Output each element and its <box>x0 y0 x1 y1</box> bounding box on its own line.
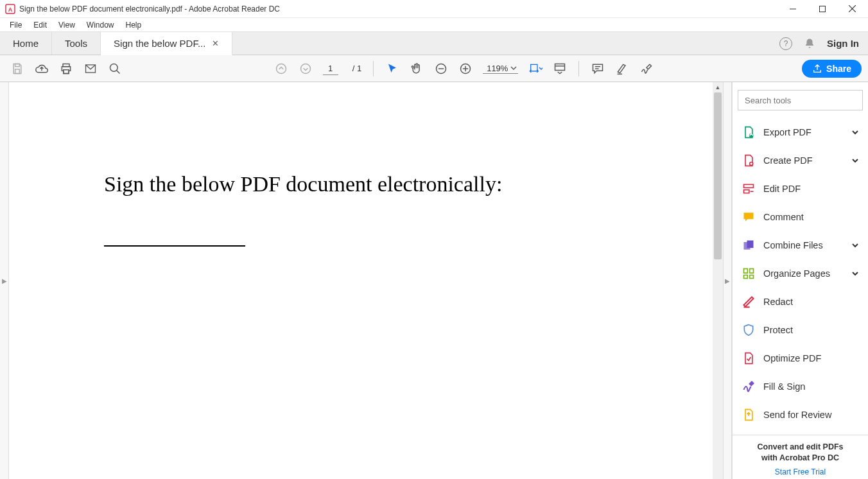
chevron-right-icon: ▶ <box>2 277 7 284</box>
menu-view[interactable]: View <box>53 19 81 31</box>
zoom-out-icon[interactable] <box>434 62 448 76</box>
maximize-button[interactable] <box>808 0 837 18</box>
svg-rect-7 <box>15 69 20 73</box>
promo-box: Convert and edit PDFs with Acrobat Pro D… <box>733 435 868 479</box>
page-total-label: / 1 <box>352 64 361 73</box>
svg-rect-21 <box>555 64 565 70</box>
chevron-right-icon: ▶ <box>725 277 730 284</box>
tool-icon <box>742 125 756 139</box>
help-icon[interactable]: ? <box>779 37 792 50</box>
svg-rect-29 <box>744 190 749 193</box>
fit-width-icon[interactable] <box>528 62 542 76</box>
tool-label: Fill & Sign <box>763 381 805 392</box>
tool-icon <box>742 351 756 365</box>
svg-rect-33 <box>744 269 748 274</box>
menu-file[interactable]: File <box>4 19 28 31</box>
chevron-down-icon <box>510 65 517 71</box>
svg-rect-3 <box>820 6 826 12</box>
vertical-scrollbar[interactable]: ▲ <box>713 82 723 479</box>
print-icon[interactable] <box>59 62 73 76</box>
tool-icon <box>742 210 756 224</box>
tab-tools[interactable]: Tools <box>52 32 101 55</box>
tab-home[interactable]: Home <box>0 32 52 55</box>
tool-organize-pages[interactable]: Organize Pages <box>733 259 868 288</box>
window-controls <box>778 0 867 18</box>
svg-point-11 <box>110 64 118 71</box>
tool-icon <box>742 408 756 422</box>
share-icon <box>812 64 822 74</box>
scroll-up-icon[interactable]: ▲ <box>713 82 723 92</box>
tool-label: Comment <box>763 212 804 222</box>
svg-rect-35 <box>744 275 748 279</box>
search-tools-input[interactable] <box>738 90 863 110</box>
menu-edit[interactable]: Edit <box>28 19 53 31</box>
svg-line-12 <box>117 70 120 73</box>
hand-tool-icon[interactable] <box>410 62 424 76</box>
svg-rect-9 <box>64 69 69 73</box>
tool-icon <box>742 238 756 252</box>
share-button[interactable]: Share <box>802 60 862 78</box>
document-viewport[interactable]: Sign the below PDF document electronical… <box>9 82 723 479</box>
share-label: Share <box>826 64 851 74</box>
zoom-value: 119% <box>484 64 510 73</box>
tool-fill-sign[interactable]: Fill & Sign <box>733 372 868 401</box>
svg-rect-28 <box>744 184 754 187</box>
tool-protect[interactable]: Protect <box>733 316 868 344</box>
notifications-icon[interactable] <box>804 38 815 49</box>
tool-label: Protect <box>763 325 793 335</box>
zoom-dropdown[interactable]: 119% <box>483 64 518 74</box>
svg-text:A: A <box>8 6 13 13</box>
find-icon[interactable] <box>108 62 122 76</box>
tab-close-icon[interactable]: ✕ <box>212 39 219 48</box>
tool-icon <box>742 182 756 196</box>
scrollbar-thumb[interactable] <box>714 92 722 259</box>
svg-point-14 <box>300 64 310 73</box>
tool-optimize-pdf[interactable]: Optimize PDF <box>733 344 868 372</box>
svg-rect-36 <box>750 275 754 279</box>
menu-window[interactable]: Window <box>81 19 120 31</box>
document-heading: Sign the below PDF document electronical… <box>104 172 723 196</box>
comment-icon[interactable] <box>591 62 605 76</box>
start-trial-link[interactable]: Start Free Trial <box>738 467 863 476</box>
tools-panel: Export PDFCreate PDFEdit PDFCommentCombi… <box>732 82 868 479</box>
tool-edit-pdf[interactable]: Edit PDF <box>733 175 868 203</box>
cloud-upload-icon[interactable] <box>35 62 49 76</box>
sign-icon[interactable] <box>639 62 654 76</box>
menu-help[interactable]: Help <box>120 19 148 31</box>
tool-redact[interactable]: Redact <box>733 288 868 316</box>
tool-export-pdf[interactable]: Export PDF <box>733 118 868 146</box>
tool-label: Export PDF <box>763 127 812 137</box>
left-panel-toggle[interactable]: ▶ <box>0 82 9 479</box>
minimize-button[interactable] <box>778 0 808 18</box>
document-page: Sign the below PDF document electronical… <box>9 82 723 247</box>
highlight-icon[interactable] <box>615 62 629 76</box>
read-mode-icon[interactable] <box>553 62 567 76</box>
tool-icon <box>742 323 756 337</box>
main-area: ▶ Sign the below PDF document electronic… <box>0 82 868 479</box>
email-icon[interactable] <box>83 62 98 76</box>
save-icon[interactable] <box>10 62 24 76</box>
tool-comment[interactable]: Comment <box>733 203 868 231</box>
tool-icon <box>742 153 756 168</box>
app-icon: A <box>5 4 15 14</box>
svg-rect-20 <box>531 64 537 71</box>
chevron-down-icon <box>851 241 859 249</box>
tool-label: Organize Pages <box>763 268 830 279</box>
tab-document[interactable]: Sign the below PDF... ✕ <box>101 32 232 55</box>
tool-combine-files[interactable]: Combine Files <box>733 231 868 259</box>
menu-bar: File Edit View Window Help <box>0 18 868 32</box>
tool-send-for-review[interactable]: Send for Review <box>733 401 868 429</box>
svg-point-13 <box>276 64 286 73</box>
toolbar: / 1 119% Share <box>0 55 868 82</box>
page-down-icon[interactable] <box>299 62 313 76</box>
close-button[interactable] <box>837 0 867 18</box>
sign-in-link[interactable]: Sign In <box>827 38 859 49</box>
right-panel-toggle[interactable]: ▶ <box>723 82 732 479</box>
zoom-in-icon[interactable] <box>458 62 473 76</box>
tool-create-pdf[interactable]: Create PDF <box>733 146 868 175</box>
page-up-icon[interactable] <box>274 62 288 76</box>
tool-icon <box>742 379 756 394</box>
selection-tool-icon[interactable] <box>385 62 399 76</box>
page-number-input[interactable] <box>323 62 338 75</box>
chevron-down-icon <box>851 270 859 277</box>
